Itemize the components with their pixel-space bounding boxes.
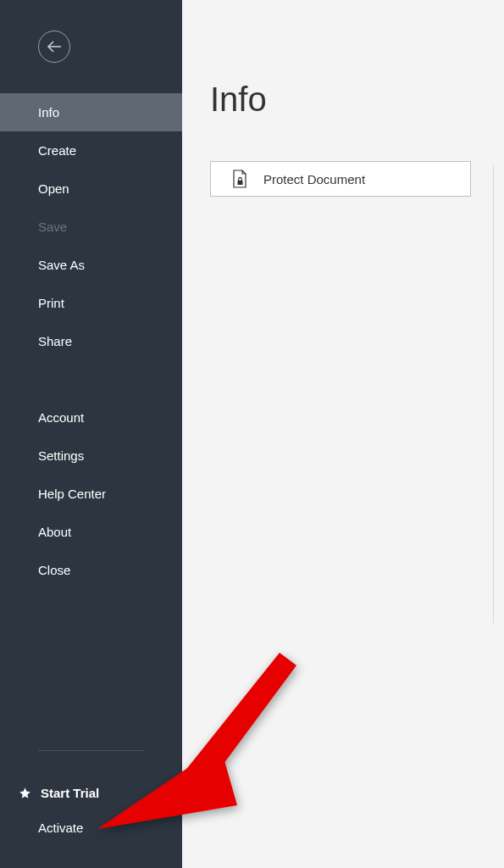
panel-divider [493,165,494,623]
nav-item-help-center[interactable]: Help Center [0,475,182,513]
activate-label: Activate [38,821,83,835]
nav-label: Print [38,296,64,310]
nav-label: Share [38,334,72,348]
sidebar-header [0,0,182,93]
nav-item-settings[interactable]: Settings [0,437,182,475]
nav-label: Open [38,181,69,196]
nav-item-create[interactable]: Create [0,131,182,170]
nav-item-share[interactable]: Share [0,322,182,360]
nav-label: Save As [38,258,85,272]
nav-secondary: Account Settings Help Center About Close [0,398,182,589]
sidebar-bottom: Start Trial Activate [0,750,182,868]
nav-item-account[interactable]: Account [0,398,182,437]
nav-item-about[interactable]: About [0,513,182,551]
protect-document-button[interactable]: Protect Document [210,161,471,197]
nav-label: Settings [38,448,84,463]
main-content: Info Protect Document [182,0,504,868]
sidebar: Info Create Open Save Save As Print Shar… [0,0,182,868]
activate-button[interactable]: Activate [0,809,182,847]
nav-item-info[interactable]: Info [0,93,182,131]
nav-label: About [38,525,71,539]
start-trial-button[interactable]: Start Trial [0,776,182,809]
nav-label: Save [38,220,67,234]
nav-label: Close [38,563,70,577]
nav-item-save: Save [0,208,182,246]
nav-label: Help Center [38,487,106,501]
nav-primary: Info Create Open Save Save As Print Shar… [0,93,182,360]
back-button[interactable] [38,31,70,63]
nav-label: Create [38,143,76,158]
nav-spacer [0,360,182,398]
page-title: Info [210,81,479,119]
sidebar-divider [38,750,144,751]
nav-item-close[interactable]: Close [0,551,182,589]
nav-item-open[interactable]: Open [0,170,182,208]
trial-label: Start Trial [41,786,99,800]
nav-item-save-as[interactable]: Save As [0,246,182,284]
nav-label: Info [38,105,59,120]
document-lock-icon [232,170,247,188]
star-icon [19,787,31,799]
svg-rect-1 [238,181,243,185]
nav-item-print[interactable]: Print [0,284,182,322]
back-arrow-icon [47,41,62,53]
protect-label: Protect Document [263,172,365,186]
nav-label: Account [38,410,84,425]
